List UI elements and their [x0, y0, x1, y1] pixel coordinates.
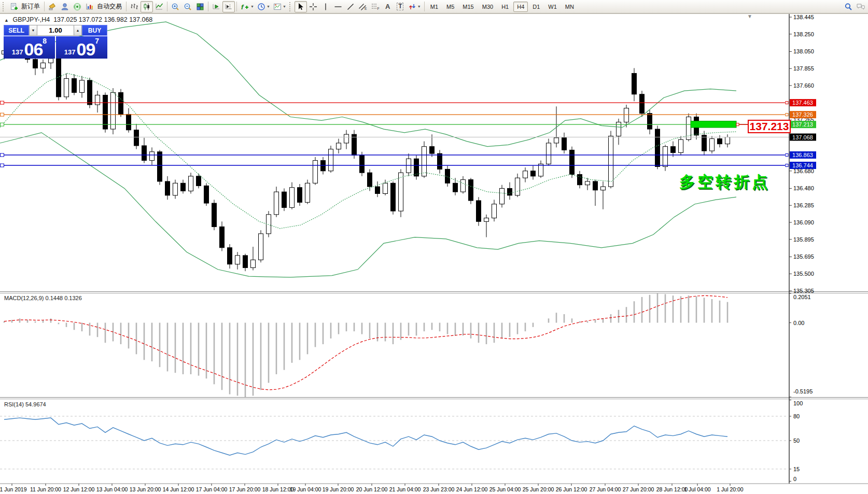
- timeframe-mn[interactable]: MN: [562, 2, 578, 12]
- auto-trading-label[interactable]: 自动交易: [97, 2, 122, 11]
- candlestick: [585, 181, 590, 185]
- volume-decrease-button[interactable]: ▼: [29, 25, 37, 36]
- svg-text:136.744: 136.744: [792, 162, 813, 168]
- timeframe-m30[interactable]: M30: [479, 2, 497, 12]
- zoom-out-button[interactable]: [181, 1, 194, 12]
- line-chart-button[interactable]: [153, 1, 165, 12]
- sell-price-display[interactable]: 137 06 8: [4, 36, 55, 59]
- candlestick: [33, 60, 38, 68]
- toolbar-grip[interactable]: [289, 2, 293, 11]
- horizontal-line-tool-button[interactable]: [332, 1, 344, 12]
- svg-text:21 Jun 04:00: 21 Jun 04:00: [389, 486, 421, 492]
- fibonacci-tool-button[interactable]: F: [369, 1, 382, 12]
- chart-canvas[interactable]: 138.445138.250138.050137.855137.660137.2…: [0, 0, 868, 494]
- candlestick: [414, 159, 419, 176]
- price-axis[interactable]: 138.445138.250138.050137.855137.660137.2…: [789, 14, 816, 294]
- bar-chart-button[interactable]: [128, 1, 141, 12]
- candlestick: [72, 79, 77, 93]
- macd-label: MACD(12,26,9) 0.1448 0.1326: [4, 295, 82, 301]
- toolbar-separator: [236, 2, 237, 11]
- svg-text:13 Jun 20:00: 13 Jun 20:00: [130, 486, 161, 492]
- candlestick-chart-button[interactable]: [141, 1, 153, 12]
- svg-text:135.305: 135.305: [793, 288, 814, 294]
- price-callout-box[interactable]: 137.213: [748, 120, 791, 133]
- signals-button[interactable]: [71, 1, 83, 12]
- chart-symbol-period: GBPJPY-,H4: [12, 16, 50, 23]
- highlight-bar[interactable]: [691, 121, 736, 128]
- cursor-tool-button[interactable]: [295, 1, 307, 12]
- buy-price-display[interactable]: 137 09 7: [56, 36, 107, 59]
- periods-button[interactable]: ▼: [256, 1, 272, 12]
- timeframe-m5[interactable]: M5: [443, 2, 458, 12]
- rsi-pane: 1008050150: [0, 400, 803, 482]
- chat-button[interactable]: [855, 1, 867, 12]
- timeframe-h1[interactable]: H1: [498, 2, 512, 12]
- timeframe-d1[interactable]: D1: [529, 2, 543, 12]
- svg-text:27 Jun 04:00: 27 Jun 04:00: [590, 486, 621, 492]
- chart-shift-button[interactable]: [222, 1, 235, 12]
- indicators-button[interactable]: f ▼: [239, 1, 256, 12]
- auto-scroll-button[interactable]: [210, 1, 222, 12]
- arrow-shapes-icon: [408, 3, 416, 11]
- candlestick: [228, 248, 232, 264]
- candlestick: [181, 183, 186, 191]
- new-order-label[interactable]: 新订单: [21, 2, 40, 11]
- search-icon: [844, 3, 852, 11]
- arrows-tool-button[interactable]: ▼: [407, 1, 423, 12]
- modify-order-button[interactable]: [46, 1, 59, 12]
- time-axis[interactable]: 11 Jun 201911 Jun 20:0012 Jun 12:0013 Ju…: [0, 484, 744, 492]
- zoom-in-button[interactable]: [169, 1, 181, 12]
- candlestick: [41, 63, 46, 68]
- indicators-icon: f: [240, 3, 249, 11]
- timeframe-h4[interactable]: H4: [513, 2, 528, 12]
- candlestick: [251, 260, 256, 267]
- main-toolbar: 新订单 自动交易 f ▼ ▼: [0, 0, 868, 13]
- timeframe-m15[interactable]: M15: [459, 2, 477, 12]
- volume-increase-button[interactable]: ▲: [74, 25, 82, 36]
- tile-windows-button[interactable]: [194, 1, 206, 12]
- buy-price-prefix: 137: [64, 48, 76, 57]
- equidistant-channel-tool-button[interactable]: E: [357, 1, 369, 12]
- text-tool-button[interactable]: A: [382, 1, 394, 12]
- svg-text:0.00: 0.00: [793, 320, 804, 326]
- auto-trading-button[interactable]: [83, 1, 96, 12]
- candlestick: [399, 173, 403, 211]
- buy-price-big: 09: [77, 41, 95, 57]
- search-button[interactable]: [842, 1, 855, 12]
- candlestick: [477, 201, 481, 221]
- crosshair-tool-button[interactable]: [307, 1, 319, 12]
- candlestick: [173, 183, 178, 195]
- candles-layer: [2, 46, 730, 272]
- new-order-button[interactable]: [8, 1, 20, 12]
- text-label-tool-button[interactable]: T: [394, 1, 407, 12]
- buy-button[interactable]: BUY: [82, 25, 107, 36]
- vertical-line-tool-button[interactable]: [319, 1, 332, 12]
- templates-button[interactable]: ▼: [272, 1, 288, 12]
- candlestick: [49, 59, 53, 63]
- accounts-button[interactable]: [59, 1, 71, 12]
- candlestick: [554, 138, 559, 143]
- fibonacci-icon: F: [371, 3, 380, 11]
- candlestick: [570, 150, 575, 174]
- candlestick: [204, 186, 209, 203]
- timeframe-w1[interactable]: W1: [544, 2, 561, 12]
- candlestick: [469, 180, 473, 201]
- auto-scroll-icon: [212, 3, 220, 11]
- svg-text:13 Jun 04:00: 13 Jun 04:00: [96, 486, 128, 492]
- svg-text:136.090: 136.090: [793, 219, 814, 225]
- timeframe-m1[interactable]: M1: [427, 2, 442, 12]
- candlestick-chart-icon: [143, 3, 151, 11]
- svg-text:138.445: 138.445: [793, 14, 814, 20]
- collapse-arrow-icon[interactable]: ▲: [4, 18, 9, 23]
- trendline-tool-button[interactable]: [344, 1, 357, 12]
- toolbar-grip[interactable]: [3, 2, 6, 11]
- candlestick: [313, 161, 318, 184]
- candlestick: [547, 143, 551, 164]
- volume-input[interactable]: 1.00: [37, 25, 74, 36]
- candlestick: [95, 95, 100, 104]
- scroll-to-end-marker-icon[interactable]: ▼: [747, 13, 752, 19]
- vertical-line-icon: [321, 3, 330, 11]
- sell-button[interactable]: SELL: [4, 25, 29, 36]
- candlestick: [352, 134, 357, 155]
- chinese-annotation-text[interactable]: 多空转折点: [679, 172, 770, 193]
